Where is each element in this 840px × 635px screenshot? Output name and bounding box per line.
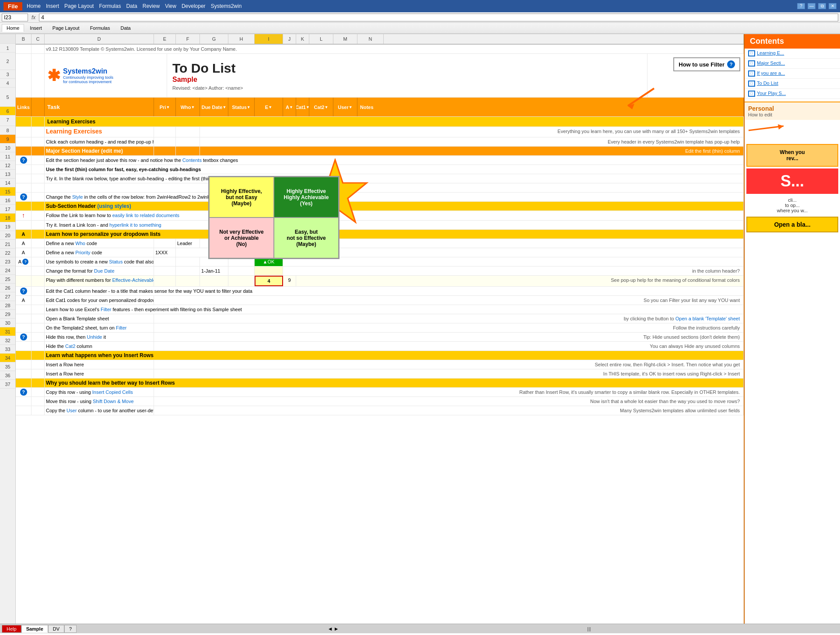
col-header-i[interactable]: I [255,34,283,44]
table-row: On the Template2 sheet, turn on Filter F… [16,323,744,333]
menu-page-layout[interactable]: Page Layout [64,3,94,9]
cell-34d: Why you should learn the better way to I… [45,379,744,387]
question-icon-14[interactable]: ? [20,193,27,200]
ribbon-tab-home[interactable]: Home [2,24,24,32]
cell-26c [32,305,45,314]
close-button[interactable]: ✕ [829,3,836,9]
menu-insert[interactable]: Insert [46,3,59,9]
cell-27-right: by clicking the button to Open a blank '… [154,314,744,323]
cell-26d: Learn how to use Excel's Filter features… [45,305,744,314]
contents-link-3[interactable]: If you are a... [757,70,785,76]
table-row: Learning Exercises [16,117,744,127]
table-row: Learning Exercises Everything you learn … [16,127,744,137]
maximize-button[interactable]: ⧉ [818,3,826,9]
filter-help-icon[interactable]: ? [727,60,735,68]
header-due-date: Due Date ▼ [200,98,228,116]
cell-reference[interactable] [2,14,28,21]
tab-sample[interactable]: Sample [21,625,48,633]
contents-item-if-you[interactable]: □ If you are a... [745,69,840,79]
cell-37b [16,406,32,415]
contents-link-4[interactable]: To Do List [757,81,778,86]
question-icon-10[interactable]: ? [20,157,27,164]
cell-7e [154,127,176,137]
contents-sidebar: Contents □ Learning E... □ Major Secti..… [744,34,840,624]
col-header-g[interactable]: G [200,34,228,44]
col-header-l[interactable]: L [309,34,333,44]
contents-item-major[interactable]: □ Major Secti... [745,59,840,69]
row-num-31: 31 [0,327,15,336]
row-num-2: 2 [0,53,15,70]
cell-12b [16,174,32,183]
contents-item-learning[interactable]: □ Learning E... [745,49,840,59]
contents-link-1[interactable]: Learning E... [757,50,784,56]
menu-systems2win[interactable]: Systems2win [211,3,242,9]
menu-review[interactable]: Review [143,3,160,9]
cell-29b: ? [16,333,32,341]
cell-27c [32,314,45,323]
col-header-k[interactable]: K [296,34,309,44]
col-header-n[interactable]: N [357,34,384,44]
col-header-b[interactable]: B [16,34,32,44]
cell-21f [176,257,200,266]
question-icon-29[interactable]: ? [20,333,27,340]
cell-1d: v9.12 R130809 Template © Systems2win. Li… [45,45,744,53]
col-header-j[interactable]: J [283,34,296,44]
col-header-f[interactable]: F [176,34,200,44]
ribbon-tab-data[interactable]: Data [116,24,135,32]
file-button[interactable]: File [4,2,22,11]
ribbon-tab-insert[interactable]: Insert [25,24,47,32]
row-num-19: 19 [0,222,15,231]
col-header-m[interactable]: M [333,34,357,44]
menu-developer[interactable]: Developer [182,3,206,9]
contents-item-todo[interactable]: □ To Do List [745,79,840,89]
table-row: Links Task Pri ▼ Who ▼ Due Date ▼ Status [16,98,744,117]
formula-input[interactable] [39,14,838,21]
quadrant-diagram: Highly Effective,but not Easy(Maybe) Hig… [208,176,340,259]
cell-8f [176,137,200,146]
row-num-22: 22 [0,249,15,257]
menu-home[interactable]: Home [27,3,41,9]
header-cat2: Cat2 ▼ [309,98,333,116]
row-numbers: 1 2 3 4 5 6 7 8 9 10 11 12 13 14 15 16 1… [0,34,16,624]
logo-name: Systems2win [63,67,113,75]
contents-link-5[interactable]: Your Play S... [757,91,786,96]
cell-23-right: See pop-up help for the meaning of condi… [296,276,744,286]
menu-data[interactable]: Data [126,3,137,9]
open-blank-button[interactable]: Open a bla... [746,217,838,232]
contents-link-2[interactable]: Major Secti... [757,60,785,66]
row-num-7: 7 [0,116,15,126]
col-header-rest[interactable] [384,34,744,44]
tab-scroll-controls: ◄ ► [328,626,339,632]
cell-23i-selected[interactable]: 4 [255,276,283,286]
row-num-35: 35 [0,362,15,371]
cell-22h [228,267,255,275]
col-header-h[interactable]: H [228,34,255,44]
ribbon-tab-page-layout[interactable]: Page Layout [48,24,84,32]
col-header-e[interactable]: E [154,34,176,44]
tab-question[interactable]: ? [64,625,77,633]
tab-help[interactable]: Help [2,625,21,633]
filter-box[interactable]: How to use Filter ? [673,57,740,71]
tab-dv[interactable]: DV [48,625,64,633]
row-num-36: 36 [0,371,15,380]
minimize-button[interactable]: — [808,3,816,9]
cell-14b: ? [16,193,32,201]
col-header-d[interactable]: D [45,34,154,44]
cell-36-right: Now isn't that a whole lot easier than t… [154,397,744,406]
question-icon-35[interactable]: ? [20,389,27,396]
cell-23f [176,276,200,286]
tab-scroll-right[interactable]: ► [334,626,339,632]
table-row: ? Copy this row - using Insert Copied Ce… [16,388,744,397]
help-button[interactable]: ? [797,3,805,9]
ribbon-tab-formulas[interactable]: Formulas [85,24,115,32]
question-icon-21[interactable]: ? [22,259,28,265]
cell-19c [32,239,45,248]
col-header-c[interactable]: C [32,34,45,44]
tab-scroll-left[interactable]: ◄ [328,626,333,632]
contents-item-play[interactable]: □ Your Play S... [745,89,840,99]
question-icon-24[interactable]: ? [20,288,27,295]
cell-19e [154,239,176,248]
row-num-10: 10 [0,144,15,152]
menu-view[interactable]: View [165,3,176,9]
menu-formulas[interactable]: Formulas [99,3,121,9]
